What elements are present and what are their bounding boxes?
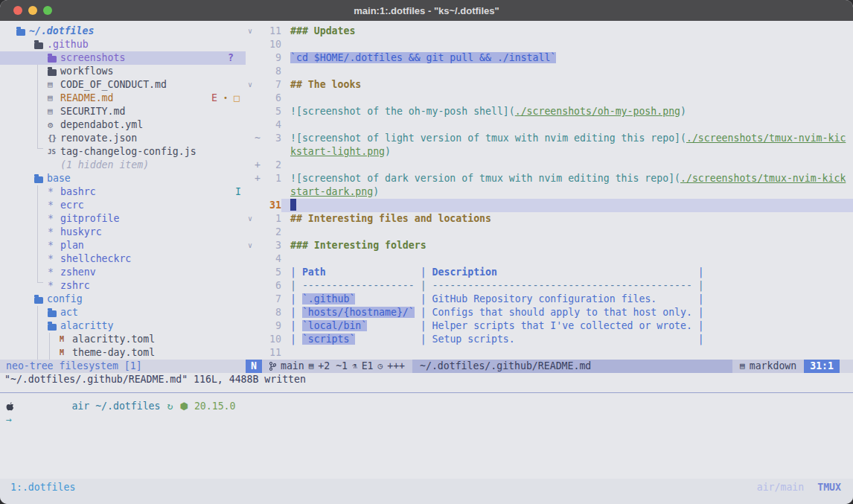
editor-line[interactable]: ∨7## The looks xyxy=(246,78,853,92)
line-number: 31 xyxy=(262,199,281,212)
line-content: | `scripts` | Setup scripts. | xyxy=(281,333,853,346)
line-content: | `hosts/{hostname}/` | Configs that sho… xyxy=(281,306,853,319)
mode-indicator: N xyxy=(246,360,262,373)
fold-open-icon[interactable]: ∨ xyxy=(246,212,255,226)
tree-item-1hiddenitem[interactable]: (1 hidden item) xyxy=(0,159,246,172)
title-bar[interactable]: main:1:.dotfiles - "ks~/.dotfiles" xyxy=(0,0,853,21)
zoom-button[interactable] xyxy=(43,6,52,15)
editor-line[interactable]: 10 xyxy=(246,38,853,51)
line-number: 5 xyxy=(262,105,281,118)
text-segment-tp: | xyxy=(367,320,432,331)
editor-line[interactable]: 7| `.github` | GitHub Repository configu… xyxy=(246,293,853,306)
editor-line[interactable]: 9| `local/bin` | Helper scripts that I'v… xyxy=(246,319,853,333)
editor-line[interactable]: ∨1## Interesting files and locations xyxy=(246,212,853,226)
line-number xyxy=(262,185,281,199)
tmux-pane-divider[interactable] xyxy=(0,392,853,393)
text-segment-code: `scripts` xyxy=(302,334,355,345)
tmux-window-tab[interactable]: 1:.dotfiles xyxy=(10,481,75,494)
line-number: 7 xyxy=(262,293,281,306)
fold-open-icon[interactable]: ∨ xyxy=(246,25,255,38)
text-segment-h2: ## The looks xyxy=(290,79,361,90)
tree-item-label: README.md xyxy=(60,92,113,105)
fold-column xyxy=(246,65,255,78)
fold-column xyxy=(246,266,255,279)
git-sign xyxy=(255,105,262,118)
terminal-content: ~/.dotfiles.githubscreenshots?workflows▤… xyxy=(0,21,853,504)
editor-line[interactable]: 5![screenshot of the oh-my-posh shell](.… xyxy=(246,105,853,118)
fold-column xyxy=(246,145,255,159)
text-segment-tp: | xyxy=(656,293,704,304)
text-segment-url: start-dark.png xyxy=(290,186,373,197)
file-icon: ▤ xyxy=(48,78,60,92)
editor-line[interactable]: kstart-light.png) xyxy=(246,145,853,159)
text-segment-tp: | xyxy=(515,334,704,345)
editor-line[interactable]: 6 xyxy=(246,92,853,105)
editor-line[interactable]: 10| `scripts` | Setup scripts. | xyxy=(246,333,853,346)
badge-cursor: I xyxy=(235,185,241,199)
branch-name: main xyxy=(281,360,304,373)
text-segment-mdlink: ) xyxy=(680,106,686,117)
editor-line[interactable]: 6| ------------------- | ---------------… xyxy=(246,279,853,293)
tree-item-screenshots[interactable]: screenshots? xyxy=(0,51,246,65)
editor-line[interactable]: 4 xyxy=(246,252,853,266)
editor-line[interactable]: 8 xyxy=(246,65,853,78)
editor-line[interactable]: ∨3### Interesting folders xyxy=(246,239,853,252)
editor-line[interactable]: +1![screenshot of dark version of tmux w… xyxy=(246,172,853,185)
editor-line[interactable]: +2 xyxy=(246,159,853,172)
editor-line[interactable]: 5| Path | Description | xyxy=(246,266,853,279)
terminal-window: main:1:.dotfiles - "ks~/.dotfiles" ~/.do… xyxy=(0,0,853,504)
editor-line[interactable]: 31 xyxy=(246,199,853,212)
editor-pane[interactable]: ∨11### Updates109`cd $HOME/.dotfiles && … xyxy=(246,21,853,360)
editor-line[interactable]: 8| `hosts/{hostname}/` | Configs that sh… xyxy=(246,306,853,319)
minimize-button[interactable] xyxy=(28,6,37,15)
prompt-path: air ~/.dotfiles xyxy=(71,400,160,413)
tree-item-label: (1 hidden item) xyxy=(60,159,149,172)
fold-column xyxy=(246,252,255,266)
diagnostics-count: E1 xyxy=(362,360,374,373)
tree-item-base[interactable]: base xyxy=(0,172,246,185)
fold-open-icon[interactable]: ∨ xyxy=(246,78,255,92)
editor-line[interactable]: 2 xyxy=(246,226,853,239)
tree-item-.dotfiles[interactable]: ~/.dotfiles xyxy=(0,25,246,38)
editor-line[interactable]: ~3![screenshot of light version of tmux … xyxy=(246,132,853,145)
git-sign xyxy=(255,65,262,78)
fold-open-icon[interactable]: ∨ xyxy=(246,239,255,252)
tree-item-label: renovate.json xyxy=(60,132,137,145)
close-button[interactable] xyxy=(13,6,22,15)
file-changes: +2 ~1 xyxy=(318,360,348,373)
fold-column xyxy=(246,132,255,145)
editor-line[interactable]: start-dark.png) xyxy=(246,185,853,199)
line-number: 8 xyxy=(262,65,281,78)
editor-line[interactable]: ∨11### Updates xyxy=(246,25,853,38)
shell-pane[interactable]: air ~/.dotfiles ↻ ⬢ 20.15.0 → xyxy=(6,400,853,427)
traffic-lights xyxy=(13,6,52,15)
tree-item-.github[interactable]: .github xyxy=(0,38,246,51)
line-content: ![screenshot of the oh-my-posh shell](./… xyxy=(281,105,853,118)
neotree-panel: ~/.dotfiles.githubscreenshots?workflows▤… xyxy=(0,21,246,360)
tree-item-label: zshenv xyxy=(60,266,96,279)
item-badges: I xyxy=(235,185,246,199)
fold-column xyxy=(246,226,255,239)
tree-item-label: act xyxy=(60,306,78,319)
prompt-arrow[interactable]: → xyxy=(6,413,853,427)
editor-line[interactable]: 4 xyxy=(246,118,853,132)
fold-column xyxy=(246,279,255,293)
git-sign xyxy=(255,346,262,360)
line-number: 10 xyxy=(262,333,281,346)
line-content: start-dark.png) xyxy=(281,185,853,199)
tree-item-label: CODE_OF_CONDUCT.md xyxy=(60,78,167,92)
tree-item-config[interactable]: config xyxy=(0,293,246,306)
line-number: 1 xyxy=(262,172,281,185)
git-sign xyxy=(255,293,262,306)
editor-line[interactable]: 11 xyxy=(246,346,853,360)
statusline-tail xyxy=(840,360,853,373)
tmux-status-bar: 1:.dotfiles air/main TMUX xyxy=(0,479,853,504)
line-number: 7 xyxy=(262,78,281,92)
star-icon: * xyxy=(48,212,60,226)
tree-item-label: alacritty xyxy=(60,319,113,333)
hunk-indicator: +++ xyxy=(387,360,405,373)
line-content xyxy=(281,199,853,212)
neotree-statusline: neo-tree filesystem [1] xyxy=(0,360,246,373)
text-segment-tc: Helper scripts that I've collected or wr… xyxy=(432,320,692,331)
editor-line[interactable]: 9`cd $HOME/.dotfiles && git pull && ./in… xyxy=(246,51,853,65)
